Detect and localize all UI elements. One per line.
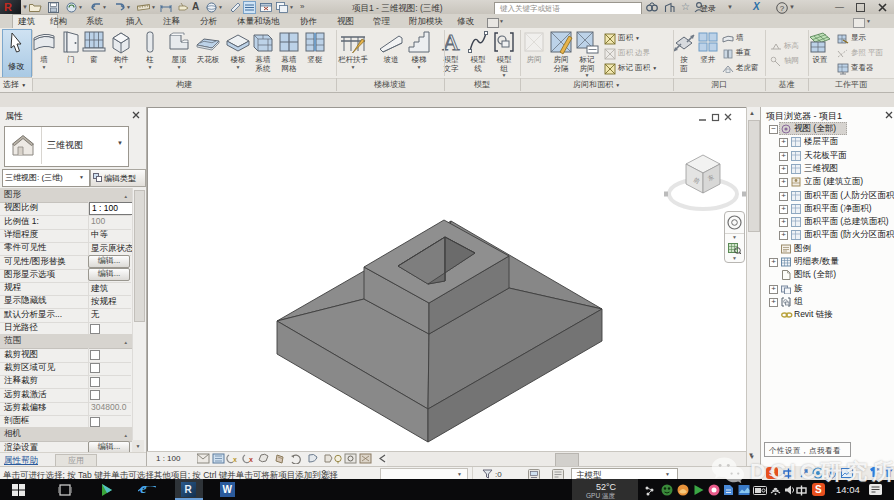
svg-text:x: x xyxy=(233,456,237,463)
svg-text:A: A xyxy=(442,29,460,55)
svg-text:?: ? xyxy=(780,3,785,12)
svg-text:x: x xyxy=(249,456,253,463)
